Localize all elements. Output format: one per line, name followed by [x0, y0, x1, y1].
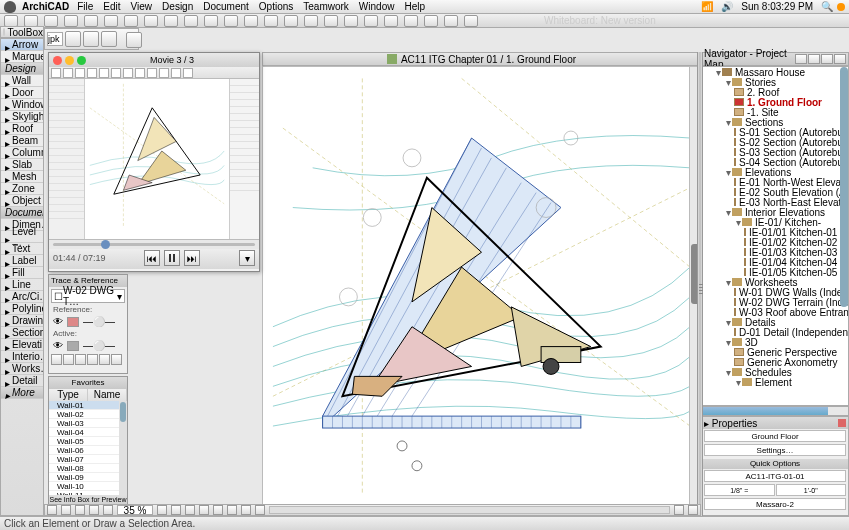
nav-worksheets[interactable]: ▾Worksheets	[702, 277, 848, 287]
scale-left[interactable]: 1/8" =	[704, 484, 775, 496]
navigator-scroll-thumb[interactable]	[840, 67, 848, 307]
splitter[interactable]	[697, 52, 703, 516]
trace-btn-6[interactable]	[111, 354, 122, 365]
active-toggle-icon[interactable]: 👁	[53, 340, 63, 351]
menu-options[interactable]: Options	[259, 1, 293, 12]
favorite-item[interactable]: Wall-10	[49, 482, 127, 491]
favorite-item[interactable]: Wall-06	[49, 446, 127, 455]
movie-tool-9[interactable]	[147, 68, 157, 78]
movie-tool-5[interactable]	[99, 68, 109, 78]
menu-teamwork[interactable]: Teamwork	[303, 1, 349, 12]
movie-tool-4[interactable]	[87, 68, 97, 78]
movie-tool-1[interactable]	[51, 68, 61, 78]
nav-detail-item[interactable]: D-01 Detail (Independent with Marker)	[702, 327, 848, 337]
zoom-icon[interactable]	[77, 56, 86, 65]
menu-edit[interactable]: Edit	[103, 1, 120, 12]
nav-section-item[interactable]: S-03 Section (Autorebuild Model)	[702, 147, 848, 157]
toolbar-btn-1[interactable]	[4, 15, 18, 27]
nav-story-site[interactable]: -1. Site	[702, 107, 848, 117]
quick-option-combo3[interactable]: Massaro-2	[704, 498, 846, 510]
toolbar-btn-3[interactable]	[44, 15, 58, 27]
movie-tool-11[interactable]	[171, 68, 181, 78]
toolbar-btn-2[interactable]	[24, 15, 38, 27]
bb-btn-6[interactable]	[157, 505, 167, 515]
navigator-tree[interactable]: ▾Massaro House ▾Stories 2. Roof 1. Groun…	[701, 66, 849, 406]
nav-interior-item[interactable]: IE-01/01 Kitchen-01 (Autorebuild…	[702, 227, 848, 237]
trace-btn-2[interactable]	[63, 354, 74, 365]
reference-color-swatch[interactable]	[67, 317, 79, 327]
properties-settings-button[interactable]: Settings…	[704, 444, 846, 456]
menu-view[interactable]: View	[131, 1, 153, 12]
col-type[interactable]: Type	[49, 389, 88, 401]
favorites-header[interactable]: Favorites	[49, 377, 127, 389]
prev-button[interactable]: ⏮	[144, 250, 160, 266]
col-name[interactable]: Name	[88, 389, 127, 401]
nav-mode-layout-icon[interactable]	[821, 54, 833, 64]
nav-3d[interactable]: ▾3D	[702, 337, 848, 347]
toolbar-btn-4[interactable]	[64, 15, 78, 27]
nav-interior-item[interactable]: IE-01/03 Kitchen-03 (Autorebuild…	[702, 247, 848, 257]
toolbar-btn-15[interactable]	[284, 15, 298, 27]
horizontal-scrollbar[interactable]	[269, 506, 670, 514]
scale-right[interactable]: 1'-0"	[776, 484, 847, 496]
bb-arrow-left[interactable]	[674, 505, 684, 515]
nav-mode-publisher-icon[interactable]	[834, 54, 846, 64]
nav-interior-item[interactable]: IE-01/02 Kitchen-02 (Autorebuild…	[702, 237, 848, 247]
toolbar-btn-22[interactable]	[424, 15, 438, 27]
favorite-item[interactable]: Wall-08	[49, 464, 127, 473]
toolbar-btn-23[interactable]	[444, 15, 458, 27]
nav-interior-group[interactable]: ▾IE-01/ Kitchen-	[702, 217, 848, 227]
bb-btn-4[interactable]	[89, 505, 99, 515]
bb-btn-2[interactable]	[61, 505, 71, 515]
favorite-item[interactable]: Wall-04	[49, 428, 127, 437]
bb-btn-12[interactable]	[241, 505, 251, 515]
ref-slider-icon[interactable]: —⚪—	[83, 316, 115, 327]
toolbar-btn-9[interactable]	[164, 15, 178, 27]
nav-elevation-item[interactable]: E-03 North-East Elevation (Autorebuild…	[702, 197, 848, 207]
nav-interior-item[interactable]: IE-01/04 Kitchen-04 (Autorebuild…	[702, 257, 848, 267]
app-name[interactable]: ArchiCAD	[22, 1, 69, 12]
nav-stories[interactable]: ▾Stories	[702, 77, 848, 87]
bb-btn-10[interactable]	[213, 505, 223, 515]
menu-help[interactable]: Help	[404, 1, 425, 12]
toolbar-btn-20[interactable]	[384, 15, 398, 27]
menu-document[interactable]: Document	[203, 1, 249, 12]
toolbar-btn-17[interactable]	[324, 15, 338, 27]
toolbar-btn-12[interactable]	[224, 15, 238, 27]
movie-tool-3[interactable]	[75, 68, 85, 78]
movie-option-button[interactable]: ▾	[239, 250, 255, 266]
movie-tool-12[interactable]	[183, 68, 193, 78]
nav-worksheet-item[interactable]: W-01 DWG Walls (Independent)	[702, 287, 848, 297]
bb-btn-11[interactable]	[227, 505, 237, 515]
cursor-mode-button[interactable]	[126, 32, 142, 48]
trace-btn-1[interactable]	[51, 354, 62, 365]
nav-3d-item[interactable]: Generic Axonometry	[702, 357, 848, 367]
toolbar-btn-7[interactable]	[124, 15, 138, 27]
apple-icon[interactable]	[4, 1, 16, 13]
nav-mode-project-icon[interactable]	[795, 54, 807, 64]
trace-dropdown[interactable]: ☐W-02 DWG T…▾	[51, 289, 125, 303]
spotlight-icon[interactable]: 🔍	[821, 1, 833, 12]
movie-right-panel[interactable]	[229, 79, 259, 246]
properties-header[interactable]: ▸ Properties	[702, 417, 848, 429]
bb-arrow-right[interactable]	[688, 505, 698, 515]
nav-story-ground[interactable]: 1. Ground Floor	[702, 97, 848, 107]
trace-btn-5[interactable]	[99, 354, 110, 365]
toolbar-btn-18[interactable]	[344, 15, 358, 27]
menu-design[interactable]: Design	[162, 1, 193, 12]
nav-sections[interactable]: ▾Sections	[702, 117, 848, 127]
bb-btn-7[interactable]	[171, 505, 181, 515]
volume-icon[interactable]: 🔊	[721, 1, 733, 12]
movie-left-panel[interactable]	[49, 79, 85, 246]
properties-story-field[interactable]: Ground Floor	[704, 430, 846, 442]
menu-window[interactable]: Window	[359, 1, 395, 12]
nav-interior[interactable]: ▾Interior Elevations	[702, 207, 848, 217]
trace-btn-3[interactable]	[75, 354, 86, 365]
tool-section-design[interactable]: Design	[1, 63, 43, 75]
nav-elevation-item[interactable]: E-02 South Elevation (Autorebuild Mod…	[702, 187, 848, 197]
bb-btn-9[interactable]	[199, 505, 209, 515]
toolbar-btn-19[interactable]	[364, 15, 378, 27]
favorites-list[interactable]: Wall-01 Wall-02 Wall-03 Wall-04 Wall-05 …	[49, 401, 127, 495]
favorite-item[interactable]: Wall-05	[49, 437, 127, 446]
active-slider-icon[interactable]: —⚪—	[83, 340, 115, 351]
